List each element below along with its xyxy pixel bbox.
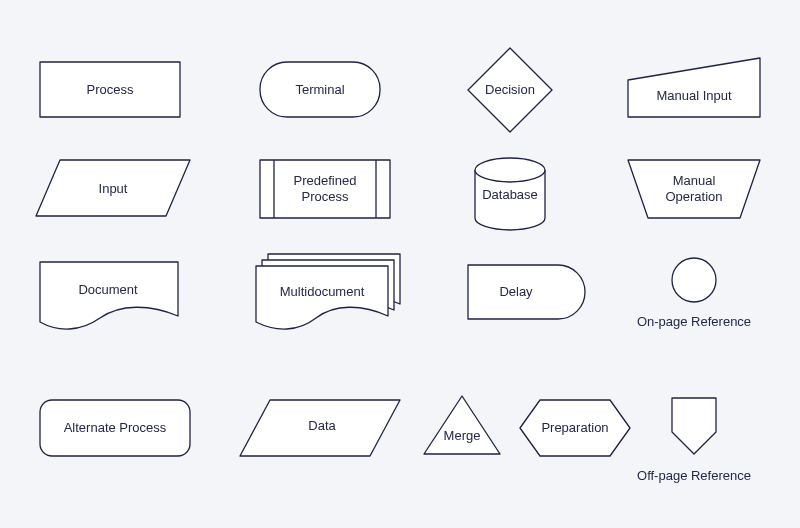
svg-rect-0 xyxy=(260,160,390,218)
process-shape xyxy=(40,62,180,117)
data-shape xyxy=(240,400,400,456)
multidocument-shape xyxy=(256,254,400,329)
database-shape xyxy=(475,158,545,230)
predefined-process-shape xyxy=(260,160,390,218)
preparation-shape xyxy=(520,400,630,456)
merge-shape xyxy=(424,396,500,454)
on-page-reference-shape xyxy=(672,258,716,302)
svg-point-3 xyxy=(475,158,545,182)
terminal-shape xyxy=(260,62,380,117)
decision-shape xyxy=(468,48,552,132)
input-shape xyxy=(36,160,190,216)
alternate-process-shape xyxy=(40,400,190,456)
manual-input-shape xyxy=(628,58,760,117)
off-page-reference-shape xyxy=(672,398,716,454)
manual-operation-shape xyxy=(628,160,760,218)
document-shape xyxy=(40,262,178,329)
delay-shape xyxy=(468,265,585,319)
